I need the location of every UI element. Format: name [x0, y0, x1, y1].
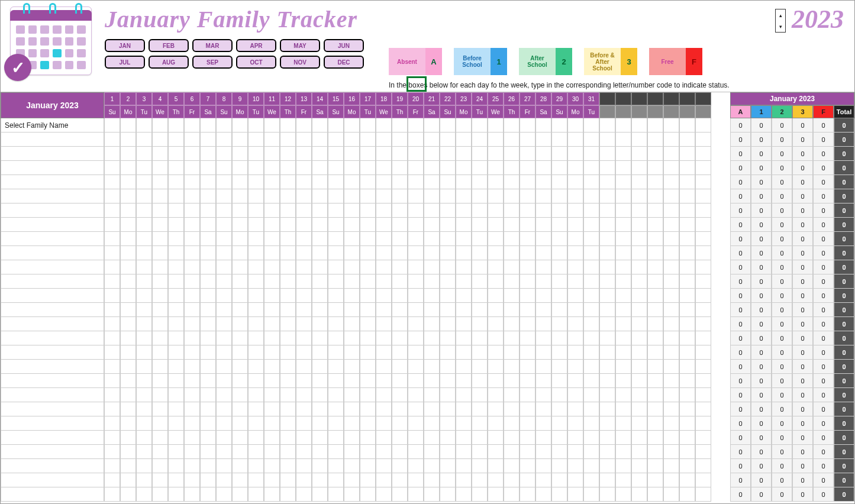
day-cell[interactable]	[408, 317, 424, 331]
day-cell[interactable]	[200, 459, 216, 473]
day-cell[interactable]	[216, 260, 232, 274]
day-cell[interactable]	[615, 445, 631, 459]
day-cell[interactable]	[408, 161, 424, 175]
day-cell[interactable]	[296, 175, 312, 189]
day-cell[interactable]	[392, 445, 408, 459]
day-cell[interactable]	[104, 487, 120, 502]
day-cell[interactable]	[264, 303, 280, 317]
day-cell[interactable]	[328, 133, 344, 147]
day-cell[interactable]	[232, 175, 248, 189]
day-cell[interactable]	[631, 232, 647, 246]
day-cell[interactable]	[520, 331, 535, 345]
day-cell[interactable]	[344, 388, 360, 402]
day-cell[interactable]	[104, 345, 120, 360]
day-cell[interactable]	[312, 416, 328, 431]
day-cell[interactable]	[520, 431, 535, 445]
day-cell[interactable]	[631, 274, 647, 289]
day-cell[interactable]	[328, 218, 344, 232]
day-cell[interactable]	[440, 459, 456, 473]
day-cell[interactable]	[488, 487, 504, 502]
day-cell[interactable]	[312, 232, 328, 246]
family-name-cell[interactable]	[1, 175, 104, 189]
day-cell[interactable]	[504, 289, 520, 303]
day-cell[interactable]	[200, 232, 216, 246]
day-cell[interactable]	[695, 388, 711, 402]
day-cell[interactable]	[551, 118, 567, 133]
day-cell[interactable]	[440, 345, 456, 360]
day-cell[interactable]	[408, 189, 424, 203]
day-cell[interactable]	[248, 147, 264, 161]
day-cell[interactable]	[504, 232, 520, 246]
day-cell[interactable]	[392, 303, 408, 317]
family-name-cell[interactable]	[1, 161, 104, 175]
day-cell[interactable]	[535, 360, 551, 374]
day-cell[interactable]	[392, 260, 408, 274]
day-cell[interactable]	[583, 317, 599, 331]
day-cell[interactable]	[344, 459, 360, 473]
day-cell[interactable]	[104, 147, 120, 161]
day-cell[interactable]	[184, 331, 200, 345]
day-cell[interactable]	[535, 317, 551, 331]
day-cell[interactable]	[136, 388, 152, 402]
day-cell[interactable]	[344, 487, 360, 502]
day-cell[interactable]	[280, 388, 296, 402]
day-cell[interactable]	[695, 374, 711, 388]
day-cell[interactable]	[679, 189, 695, 203]
day-cell[interactable]	[472, 161, 488, 175]
day-cell[interactable]	[264, 388, 280, 402]
day-cell[interactable]	[504, 473, 520, 487]
day-cell[interactable]	[679, 360, 695, 374]
day-cell[interactable]	[120, 317, 136, 331]
day-cell[interactable]	[360, 232, 376, 246]
day-cell[interactable]	[535, 289, 551, 303]
day-cell[interactable]	[647, 289, 663, 303]
day-cell[interactable]	[504, 118, 520, 133]
day-cell[interactable]	[120, 388, 136, 402]
day-cell[interactable]	[104, 317, 120, 331]
day-cell[interactable]	[216, 118, 232, 133]
family-name-cell[interactable]	[1, 431, 104, 445]
day-cell[interactable]	[663, 345, 679, 360]
day-cell[interactable]	[248, 402, 264, 416]
day-cell[interactable]	[248, 331, 264, 345]
day-cell[interactable]	[695, 189, 711, 203]
day-cell[interactable]	[583, 445, 599, 459]
day-cell[interactable]	[200, 260, 216, 274]
day-cell[interactable]	[200, 345, 216, 360]
day-cell[interactable]	[583, 203, 599, 218]
day-cell[interactable]	[328, 416, 344, 431]
family-name-cell[interactable]	[1, 133, 104, 147]
day-cell[interactable]	[647, 246, 663, 260]
day-cell[interactable]	[232, 416, 248, 431]
day-cell[interactable]	[296, 374, 312, 388]
day-cell[interactable]	[424, 175, 440, 189]
day-cell[interactable]	[631, 133, 647, 147]
day-cell[interactable]	[280, 289, 296, 303]
day-cell[interactable]	[520, 374, 535, 388]
day-cell[interactable]	[615, 260, 631, 274]
day-cell[interactable]	[424, 416, 440, 431]
day-cell[interactable]	[695, 118, 711, 133]
day-cell[interactable]	[472, 203, 488, 218]
day-cell[interactable]	[312, 374, 328, 388]
day-cell[interactable]	[631, 161, 647, 175]
day-cell[interactable]	[567, 374, 583, 388]
day-cell[interactable]	[615, 203, 631, 218]
day-cell[interactable]	[472, 331, 488, 345]
day-cell[interactable]	[136, 133, 152, 147]
day-cell[interactable]	[679, 161, 695, 175]
day-cell[interactable]	[232, 289, 248, 303]
day-cell[interactable]	[599, 459, 615, 473]
day-cell[interactable]	[599, 260, 615, 274]
day-cell[interactable]	[440, 189, 456, 203]
day-cell[interactable]	[663, 189, 679, 203]
day-cell[interactable]	[216, 345, 232, 360]
day-cell[interactable]	[280, 203, 296, 218]
day-cell[interactable]	[567, 402, 583, 416]
day-cell[interactable]	[456, 345, 472, 360]
day-cell[interactable]	[424, 431, 440, 445]
day-cell[interactable]	[695, 133, 711, 147]
day-cell[interactable]	[440, 118, 456, 133]
day-cell[interactable]	[296, 246, 312, 260]
day-cell[interactable]	[312, 260, 328, 274]
